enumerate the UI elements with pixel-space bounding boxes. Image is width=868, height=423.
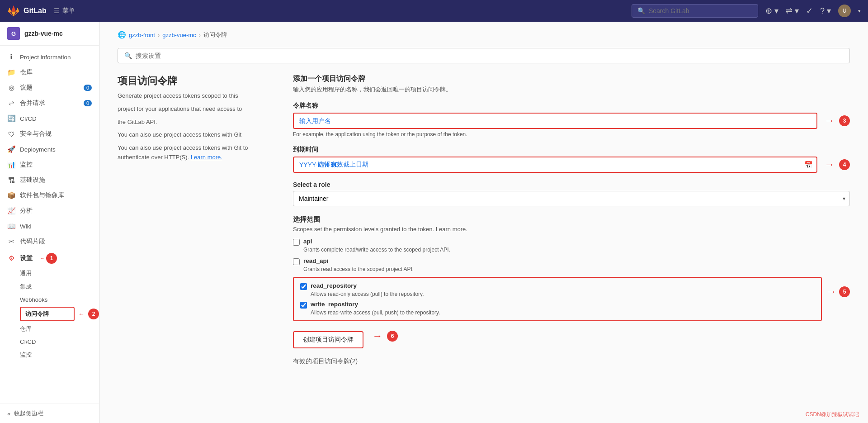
- packages-icon: 📦: [7, 191, 15, 200]
- search-settings-icon: 🔍: [124, 52, 132, 59]
- create-token-button[interactable]: 创建项目访问令牌: [293, 331, 363, 348]
- navbar: GitLab ☰ 菜单 🔍 ⊕ ▾ ⇌ ▾ ✓ ? ▾ U ▾: [0, 0, 868, 22]
- annotation-2-arrow: ←: [78, 310, 85, 318]
- settings-subitem-integrations[interactable]: 集成: [20, 280, 99, 294]
- learn-more-link[interactable]: Learn more.: [191, 154, 222, 161]
- merge-requests-icon[interactable]: ⇌ ▾: [786, 6, 799, 16]
- settings-subitem-webhooks[interactable]: Webhooks: [20, 294, 99, 306]
- arrow-5: →: [826, 286, 836, 298]
- scope-read-repository-desc: Allows read-only access (pull) to the re…: [311, 291, 815, 297]
- expiry-row: 选择有效截止日期 📅 → 4: [293, 157, 850, 173]
- menu-button[interactable]: ☰ 菜单: [54, 7, 75, 15]
- active-tokens-label: 有效的项目访问令牌(2): [293, 357, 850, 366]
- token-name-row: → 3: [293, 113, 850, 129]
- arrow-3: →: [825, 115, 835, 127]
- avatar[interactable]: U: [838, 5, 851, 17]
- snippets-icon: ✂: [7, 238, 15, 246]
- date-input-wrap: 选择有效截止日期 📅: [293, 157, 817, 173]
- settings-subitem-general[interactable]: 通用: [20, 266, 99, 280]
- project-icon: G: [7, 27, 20, 40]
- merge-icon: ⇌: [7, 99, 15, 107]
- scope-read-api-checkbox[interactable]: [293, 258, 300, 265]
- gitlab-logo[interactable]: GitLab: [7, 5, 47, 17]
- folder-icon: 📁: [7, 68, 15, 76]
- navbar-actions: ⊕ ▾ ⇌ ▾ ✓ ? ▾ U ▾: [765, 5, 861, 17]
- sidebar-item-infrastructure[interactable]: 🏗 基础设施: [0, 172, 99, 188]
- sidebar-item-label: CI/CD: [20, 115, 37, 122]
- scope-read-repository-checkbox[interactable]: [300, 283, 307, 290]
- monitor-icon: 📊: [7, 161, 15, 169]
- help-icon[interactable]: ? ▾: [820, 6, 831, 16]
- new-item-icon[interactable]: ⊕ ▾: [765, 6, 778, 16]
- watermark: CSDN@加辣椒试试吧: [806, 411, 859, 418]
- scope-write-repository-desc: Allows read-write access (pull, push) to…: [311, 309, 815, 316]
- settings-search-input[interactable]: [136, 52, 843, 59]
- left-column: 项目访问令牌 Generate project access tokens sc…: [118, 74, 271, 366]
- wiki-icon: 📖: [7, 222, 15, 230]
- annotation-4: 4: [839, 159, 850, 170]
- role-select[interactable]: Maintainer Guest Reporter Developer Owne…: [293, 191, 850, 206]
- issues-icon[interactable]: ✓: [806, 6, 813, 16]
- scope-api: api Grants complete read/write access to…: [293, 238, 850, 253]
- breadcrumb-current: 访问令牌: [203, 31, 227, 39]
- breadcrumb-gzzb-vue-mc[interactable]: gzzb-vue-mc: [162, 32, 196, 38]
- settings-subnav: 通用 集成 Webhooks 访问令牌 ← 2 仓库 CI/CD 监控: [0, 266, 99, 361]
- sidebar-item-deployments[interactable]: 🚀 Deployments: [0, 142, 99, 157]
- sidebar-item-issues[interactable]: ◎ 议题 0: [0, 80, 99, 95]
- collapse-icon: «: [7, 410, 10, 417]
- scope-read-repository: read_repository Allows read-only access …: [300, 282, 815, 297]
- sidebar-item-label: 基础设施: [20, 176, 45, 184]
- annotation-5: 5: [839, 286, 850, 297]
- gear-icon: ⚙: [7, 254, 15, 262]
- scope-api-desc: Grants complete read/write access to the…: [303, 247, 850, 253]
- breadcrumb-gzzb-front[interactable]: gzzb-front: [129, 32, 155, 38]
- token-name-input[interactable]: [293, 113, 817, 129]
- role-label: Select a role: [293, 181, 850, 188]
- sidebar-item-label: Deployments: [20, 146, 56, 153]
- sidebar-item-label: 合并请求: [20, 99, 45, 107]
- scope-api-checkbox[interactable]: [293, 239, 300, 246]
- settings-label: 设置: [20, 254, 33, 262]
- arrow-6: →: [373, 330, 382, 342]
- globe-icon: 🌐: [118, 31, 126, 39]
- cicd-icon: 🔄: [7, 114, 15, 123]
- sidebar-item-security[interactable]: 🛡 安全与合规: [0, 126, 99, 142]
- settings-subitem-cicd[interactable]: CI/CD: [20, 336, 99, 348]
- settings-search-box[interactable]: 🔍: [118, 48, 850, 63]
- sidebar-item-label: 代码片段: [20, 238, 45, 246]
- sidebar-item-analytics[interactable]: 📈 分析: [0, 203, 99, 219]
- sidebar-item-label: 监控: [20, 161, 33, 169]
- settings-subitem-repository[interactable]: 仓库: [20, 322, 99, 336]
- sidebar-item-monitor[interactable]: 📊 监控: [0, 157, 99, 172]
- annotation-5-group: → 5: [826, 286, 850, 298]
- right-column: 添加一个项目访问令牌 输入您的应用程序的名称，我们会返回唯一的项目访问令牌。 令…: [293, 74, 850, 366]
- token-name-hint: For example, the application using the t…: [293, 131, 850, 138]
- sidebar-item-repository[interactable]: 📁 仓库: [0, 65, 99, 80]
- scope-read-api-desc: Grants read access to the scoped project…: [303, 266, 850, 272]
- search-bar[interactable]: 🔍: [632, 4, 758, 18]
- highlighted-scopes-container: read_repository Allows read-only access …: [293, 277, 850, 324]
- settings-subitem-access-tokens[interactable]: 访问令牌: [20, 307, 75, 321]
- scope-write-repository-checkbox[interactable]: [300, 302, 307, 309]
- annotation-2: 2: [88, 309, 99, 319]
- scope-read-api: read_api Grants read access to the scope…: [293, 257, 850, 272]
- project-name: gzzb-vue-mc: [24, 30, 63, 37]
- sidebar-item-wiki[interactable]: 📖 Wiki: [0, 219, 99, 234]
- annotation-3: 3: [839, 115, 850, 126]
- sidebar-item-merge-requests[interactable]: ⇌ 合并请求 0: [0, 95, 99, 111]
- expiry-input[interactable]: [293, 157, 817, 173]
- settings-subitem-monitor[interactable]: 监控: [20, 348, 99, 361]
- sidebar-project[interactable]: G gzzb-vue-mc: [0, 22, 99, 46]
- sidebar-collapse-button[interactable]: « 收起侧边栏: [0, 404, 99, 423]
- sidebar-item-packages[interactable]: 📦 软件包与镜像库: [0, 188, 99, 203]
- sidebar-item-cicd[interactable]: 🔄 CI/CD: [0, 111, 99, 126]
- sidebar: G gzzb-vue-mc ℹ Project information 📁 仓库…: [0, 22, 99, 423]
- annotation-6: 6: [387, 331, 398, 342]
- search-input[interactable]: [649, 7, 752, 14]
- page-desc-2: project for your applications that need …: [118, 105, 271, 114]
- sidebar-item-settings[interactable]: ⚙ 设置 ← 1: [0, 250, 99, 266]
- sidebar-item-label: 仓库: [20, 68, 33, 76]
- page-desc-5: You can also use project access tokens w…: [118, 143, 271, 162]
- sidebar-item-snippets[interactable]: ✂ 代码片段: [0, 234, 99, 249]
- sidebar-item-project-information[interactable]: ℹ Project information: [0, 49, 99, 65]
